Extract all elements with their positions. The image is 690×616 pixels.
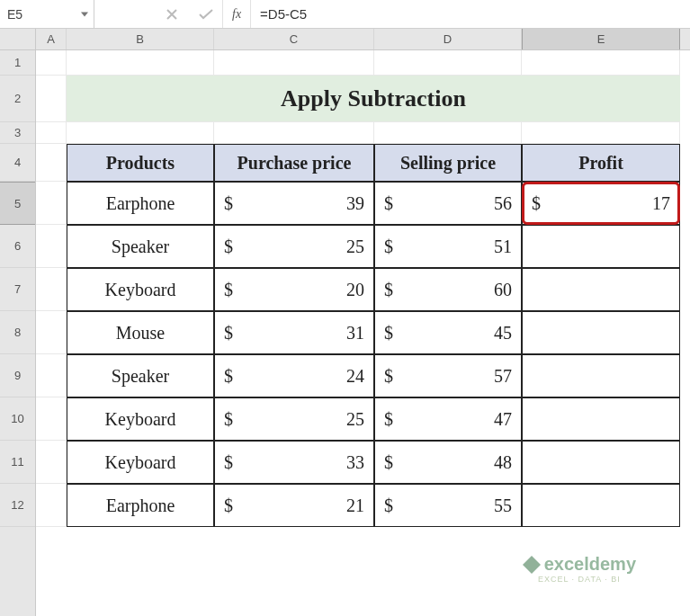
name-box-value: E5: [7, 7, 22, 22]
cell-a2[interactable]: [36, 76, 67, 122]
cell-purchase[interactable]: $21: [214, 484, 374, 527]
cell-a1[interactable]: [36, 50, 67, 76]
cell-product[interactable]: Earphone: [67, 484, 214, 527]
cell-purchase[interactable]: $33: [214, 441, 374, 484]
cell-profit[interactable]: [522, 225, 680, 268]
cell-purchase[interactable]: $25: [214, 397, 374, 441]
cancel-icon[interactable]: [166, 9, 177, 20]
cell-d1[interactable]: [374, 50, 522, 76]
cell-selling[interactable]: $55: [374, 484, 522, 527]
cell-e3[interactable]: [522, 122, 680, 144]
row-header-7[interactable]: 7: [0, 268, 35, 311]
cell-a6[interactable]: [36, 225, 67, 268]
row-header-4[interactable]: 4: [0, 144, 35, 182]
row-header-2[interactable]: 2: [0, 76, 35, 122]
name-box[interactable]: E5: [0, 0, 94, 28]
column-headers: A B C D E: [36, 29, 690, 50]
watermark-brand: exceldemy: [544, 554, 636, 575]
row-header-10[interactable]: 10: [0, 397, 35, 441]
formula-bar-icons: [157, 9, 222, 20]
cell-a3[interactable]: [36, 122, 67, 144]
cell-a11[interactable]: [36, 441, 67, 484]
cell-profit[interactable]: [522, 484, 680, 527]
cell-d3[interactable]: [374, 122, 522, 144]
fx-label[interactable]: fx: [222, 0, 251, 28]
cell-product[interactable]: Keyboard: [67, 441, 214, 484]
cell-purchase[interactable]: $25: [214, 225, 374, 268]
col-header-e[interactable]: E: [522, 29, 680, 49]
cell-product[interactable]: Speaker: [67, 354, 214, 397]
cell-selling[interactable]: $47: [374, 397, 522, 441]
cell-e1[interactable]: [522, 50, 680, 76]
header-purchase[interactable]: Purchase price: [214, 144, 374, 182]
cell-a7[interactable]: [36, 268, 67, 311]
cell-a4[interactable]: [36, 144, 67, 182]
cell-a9[interactable]: [36, 354, 67, 397]
header-products[interactable]: Products: [67, 144, 214, 182]
cell-selling[interactable]: $51: [374, 225, 522, 268]
title-cell[interactable]: Apply Subtraction: [67, 76, 680, 122]
col-header-d[interactable]: D: [374, 29, 522, 49]
cell-product[interactable]: Keyboard: [67, 268, 214, 311]
row-header-5[interactable]: 5: [0, 182, 35, 225]
table-row: Speaker$25$51: [36, 225, 690, 268]
header-selling[interactable]: Selling price: [374, 144, 522, 182]
formula-bar: E5 fx =D5-C5: [0, 0, 690, 29]
cell-c1[interactable]: [214, 50, 374, 76]
cell-product[interactable]: Mouse: [67, 311, 214, 354]
cell-product[interactable]: Earphone: [67, 182, 214, 225]
cell-selling[interactable]: $60: [374, 268, 522, 311]
cell-purchase[interactable]: $39: [214, 182, 374, 225]
cell-product[interactable]: Speaker: [67, 225, 214, 268]
cell-purchase[interactable]: $24: [214, 354, 374, 397]
watermark-tag: EXCEL · DATA · BI: [538, 575, 621, 584]
cell-product[interactable]: Keyboard: [67, 397, 214, 441]
formula-input[interactable]: =D5-C5: [251, 6, 316, 22]
table-row: Keyboard$20$60: [36, 268, 690, 311]
cell-profit[interactable]: [522, 441, 680, 484]
check-icon[interactable]: [199, 9, 213, 20]
cell-selling[interactable]: $56: [374, 182, 522, 225]
logo-icon: [523, 556, 541, 574]
cell-purchase[interactable]: $20: [214, 268, 374, 311]
grid: A B C D E Apply Subtraction: [36, 29, 690, 616]
cell-profit[interactable]: [522, 311, 680, 354]
watermark: exceldemy EXCEL · DATA · BI: [523, 554, 636, 584]
cell-purchase[interactable]: $31: [214, 311, 374, 354]
cell-profit[interactable]: $17: [522, 182, 680, 225]
chevron-down-icon[interactable]: [81, 12, 88, 16]
row-headers: 1 2 3 4 5 6 7 8 9 10 11 12: [0, 29, 36, 616]
header-profit[interactable]: Profit: [522, 144, 680, 182]
cell-selling[interactable]: $57: [374, 354, 522, 397]
svg-marker-0: [523, 556, 541, 574]
table-row: Keyboard$33$48: [36, 441, 690, 484]
table-row: Mouse$31$45: [36, 311, 690, 354]
row-header-6[interactable]: 6: [0, 225, 35, 268]
col-header-c[interactable]: C: [214, 29, 374, 49]
cell-b3[interactable]: [67, 122, 214, 144]
cell-selling[interactable]: $45: [374, 311, 522, 354]
cell-profit[interactable]: [522, 268, 680, 311]
cell-b1[interactable]: [67, 50, 214, 76]
cell-a5[interactable]: [36, 182, 67, 225]
row-header-8[interactable]: 8: [0, 311, 35, 354]
cell-a10[interactable]: [36, 397, 67, 441]
row-header-3[interactable]: 3: [0, 122, 35, 144]
table-row: Keyboard$25$47: [36, 397, 690, 441]
row-header-12[interactable]: 12: [0, 484, 35, 527]
table-row: Earphone$39$56$17: [36, 182, 690, 225]
cell-selling[interactable]: $48: [374, 441, 522, 484]
row-header-1[interactable]: 1: [0, 50, 35, 76]
select-all-corner[interactable]: [0, 29, 35, 50]
table-row: Speaker$24$57: [36, 354, 690, 397]
cell-profit[interactable]: [522, 354, 680, 397]
row-header-11[interactable]: 11: [0, 441, 35, 484]
cell-a12[interactable]: [36, 484, 67, 527]
col-header-b[interactable]: B: [67, 29, 214, 49]
cell-profit[interactable]: [522, 397, 680, 441]
table-row: Earphone$21$55: [36, 484, 690, 527]
col-header-a[interactable]: A: [36, 29, 67, 49]
row-header-9[interactable]: 9: [0, 354, 35, 397]
cell-a8[interactable]: [36, 311, 67, 354]
cell-c3[interactable]: [214, 122, 374, 144]
